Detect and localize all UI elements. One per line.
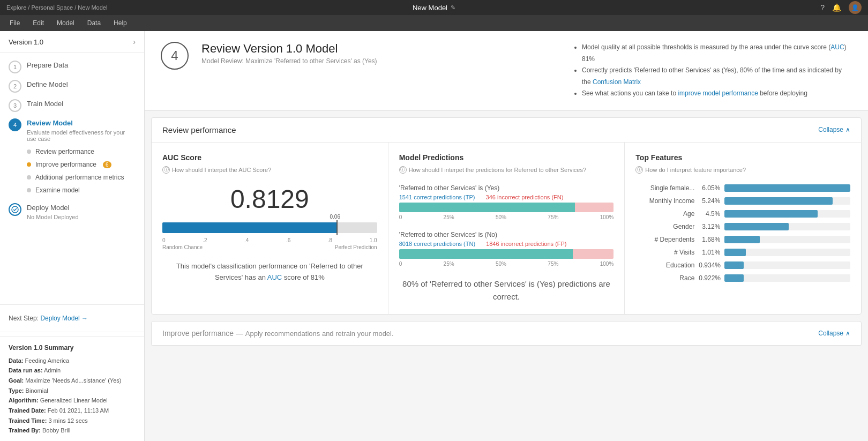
feature-row-4: # Dependents1.68%: [635, 236, 850, 243]
header-bullet-1: Model quality at all possible thresholds…: [582, 42, 852, 65]
auc-label-6: .6: [286, 237, 290, 243]
sidebar-item-prepare-data[interactable]: 1 Prepare Data: [0, 57, 144, 77]
feature-pct-1: 5.24%: [699, 197, 720, 205]
sidebar-divider-2: [0, 332, 144, 332]
auc-label-2: .2: [203, 237, 207, 243]
menu-edit[interactable]: Edit: [27, 17, 49, 29]
pred-group-no: 'Referred to other Services' is (No) 801…: [399, 231, 614, 267]
version-summary: Version 1.0 Summary Data: Feeding Americ…: [0, 337, 144, 441]
feature-bar-fill-3: [724, 223, 789, 230]
step-circle-2: 2: [9, 80, 21, 93]
sidebar-steps: 1 Prepare Data 2 Define Model 3 Train Mo…: [0, 53, 144, 300]
feature-pct-4: 1.68%: [699, 236, 720, 243]
avatar[interactable]: 👤: [849, 1, 862, 14]
auc-sublabels: Random Chance Perfect Prediction: [162, 244, 377, 250]
confusion-matrix-link[interactable]: Confusion Matrix: [593, 78, 641, 86]
auc-help[interactable]: ⓘ How should I interpet the AUC Score?: [162, 166, 377, 174]
topbar-actions: ? 🔔 👤: [820, 1, 862, 14]
feature-bar-bg-5: [724, 249, 850, 256]
improve-collapse-btn[interactable]: Collapse ∧: [818, 330, 850, 337]
substep-dot-2: [27, 162, 31, 167]
feature-name-0: Single female...: [635, 184, 694, 192]
feature-row-1: Monthly Income5.24%: [635, 197, 850, 205]
auc-link-1[interactable]: AUC: [830, 43, 844, 51]
menu-file[interactable]: File: [4, 17, 25, 29]
header-title: Review Version 1.0 Model: [201, 42, 377, 56]
menu-model[interactable]: Model: [51, 17, 80, 29]
header-bullet-3: See what actions you can take to improve…: [582, 88, 852, 100]
sidebar-item-review-model[interactable]: 4 Review Model Evaluate model effectiven…: [0, 115, 144, 145]
summary-title: Version 1.0 Summary: [9, 342, 136, 353]
breadcrumb-explore[interactable]: Explore: [6, 4, 26, 11]
improve-link[interactable]: improve model performance: [678, 89, 758, 97]
feature-pct-7: 0.922%: [699, 274, 720, 282]
sidebar-substep-review-performance[interactable]: Review performance: [0, 145, 144, 158]
auc-marker-label: 0.06: [330, 214, 340, 220]
page-title-bar: New Model ✎: [413, 4, 455, 12]
summary-trained-time-val: 3 mins 12 secs: [48, 417, 87, 424]
step-label-4: Review Model: [27, 118, 136, 128]
sidebar-item-train-model[interactable]: 3 Train Model: [0, 96, 144, 115]
top-features-help[interactable]: ⓘ How do I interpret feature importance?: [635, 166, 850, 174]
sidebar-substep-examine-model[interactable]: Examine model: [0, 184, 144, 197]
auc-label-0: 0: [162, 237, 166, 243]
step-circle-4: 4: [9, 118, 21, 131]
feature-pct-0: 6.05%: [699, 184, 720, 192]
substep-badge-2: 6: [103, 161, 111, 168]
feature-bar-fill-0: [724, 184, 850, 192]
menu-help[interactable]: Help: [108, 17, 132, 29]
review-header: 4 Review Version 1.0 Model Model Review:…: [145, 31, 868, 111]
sidebar-item-define-model[interactable]: 2 Define Model: [0, 77, 144, 96]
version-header[interactable]: Version 1.0 ›: [0, 31, 144, 53]
auc-bar-fill: [162, 222, 336, 233]
menu-data[interactable]: Data: [82, 17, 106, 29]
metrics-columns: AUC Score ⓘ How should I interpet the AU…: [152, 143, 861, 314]
step-sublabel-4: Evaluate model effectiveness for your us…: [27, 129, 136, 142]
feature-bar-bg-3: [724, 223, 850, 230]
pred-bars-yes: [399, 203, 614, 212]
pred-group2-correct-label: 8018 correct predictions (TN): [399, 241, 475, 247]
improve-performance-section: Improve performance — Apply recommendati…: [151, 321, 862, 346]
review-performance-title: Review performance: [162, 125, 236, 134]
features-list: Single female...6.05%Monthly Income5.24%…: [635, 184, 850, 282]
feature-row-5: # Visits1.01%: [635, 249, 850, 256]
summary-data-val: Feeding America: [25, 357, 70, 364]
feature-row-6: Education0.934%: [635, 261, 850, 269]
version-label: Version 1.0: [9, 38, 43, 46]
help-icon-features: ⓘ: [635, 166, 643, 174]
auc-bar-marker: [336, 220, 338, 235]
feature-bar-fill-1: [724, 197, 833, 205]
top-features-column: Top Features ⓘ How do I interpret featur…: [625, 143, 861, 314]
edit-icon[interactable]: ✎: [451, 4, 455, 11]
summary-trained-date-val: Feb 01 2021, 11:13 AM: [48, 407, 109, 414]
help-icon[interactable]: ?: [820, 3, 825, 12]
predictions-title: Model Predictions: [399, 153, 614, 162]
step-circle-1: 1: [9, 61, 21, 73]
feature-name-3: Gender: [635, 223, 694, 230]
feature-name-4: # Dependents: [635, 236, 694, 243]
sidebar-substep-additional-metrics[interactable]: Additional performance metrics: [0, 171, 144, 184]
main-content: 4 Review Version 1.0 Model Model Review:…: [145, 31, 868, 441]
substep-label-4: Examine model: [35, 186, 80, 194]
chevron-right-icon: ›: [133, 38, 136, 46]
pred-bars-no: [399, 249, 614, 259]
predictions-help[interactable]: ⓘ How should I interpet the predictions …: [399, 166, 614, 174]
breadcrumb-personal-space[interactable]: Personal Space: [31, 4, 73, 11]
topbar: Explore / Personal Space / New Model New…: [0, 0, 868, 15]
feature-pct-5: 1.01%: [699, 249, 720, 256]
improve-performance-header: Improve performance — Apply recommendati…: [152, 322, 861, 345]
feature-pct-6: 0.934%: [699, 261, 720, 269]
summary-goal-label: Goal:: [9, 377, 24, 384]
sidebar-item-deploy-model[interactable]: Deploy Model No Model Deployed: [0, 200, 144, 223]
next-step-link[interactable]: Deploy Model →: [40, 315, 88, 322]
auc-link-desc[interactable]: AUC: [267, 273, 282, 281]
review-performance-header: Review performance Collapse ∧: [152, 118, 861, 143]
improve-performance-title: Improve performance — Apply recommendati…: [162, 329, 394, 338]
review-collapse-btn[interactable]: Collapse ∧: [818, 126, 850, 133]
auc-label-8: .8: [328, 237, 332, 243]
summary-trained-by-val: Bobby Brill: [42, 427, 71, 433]
sidebar-substep-improve-performance[interactable]: Improve performance 6: [0, 158, 144, 171]
substep-label-1: Review performance: [35, 148, 94, 155]
notifications-icon[interactable]: 🔔: [832, 3, 841, 12]
summary-type-val: Binomial: [26, 387, 48, 394]
